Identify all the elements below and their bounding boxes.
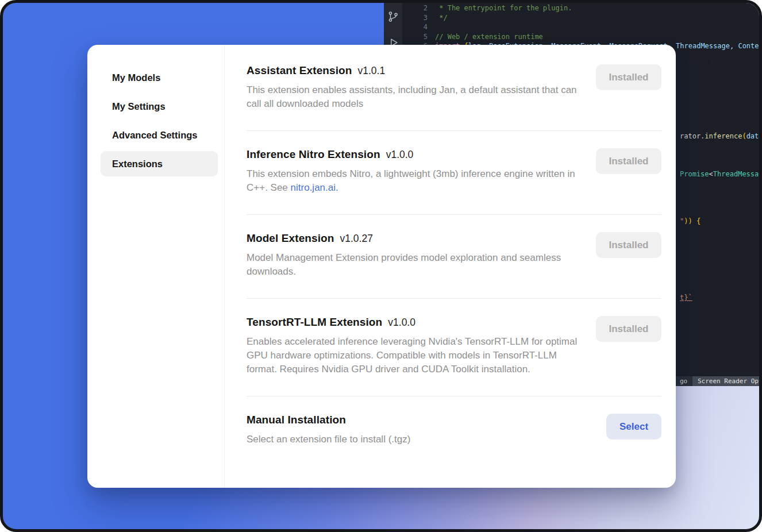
extension-version: v1.0.27 [340, 233, 372, 245]
extension-row-manual-installation: Manual Installation Select an extension … [247, 396, 661, 458]
code-lines: 2 * The entrypoint for the plugin. 3 */ … [402, 3, 759, 51]
code-fragment: ")) { [680, 217, 701, 225]
code-token: )) { [684, 217, 701, 225]
source-control-icon[interactable] [387, 9, 399, 24]
code-line: 5 // Web / extension runtime [402, 32, 759, 42]
line-number: 2 [402, 3, 435, 13]
extension-info: Inference Nitro Extension v1.0.0 This ex… [247, 148, 583, 195]
code-text: */ [435, 13, 448, 23]
sidebar-item-extensions[interactable]: Extensions [101, 151, 218, 176]
app-window: 2 * The entrypoint for the plugin. 3 */ … [0, 0, 762, 532]
code-token: Promise [680, 170, 709, 178]
extension-title: Model Extension [247, 232, 334, 245]
code-fragment: t}` [680, 294, 692, 302]
extension-version: v1.0.0 [386, 149, 414, 161]
extension-title: Manual Installation [247, 414, 346, 426]
code-token: < [709, 170, 713, 178]
extension-description: This extension embeds Nitro, a lightweig… [247, 167, 583, 195]
code-token: ThreadMessage [713, 170, 759, 178]
extension-title-line: Model Extension v1.0.27 [247, 232, 583, 245]
extension-description: Select an extension file to install (.tg… [247, 433, 410, 446]
code-token: ( [742, 132, 746, 140]
screen-reader-optimized-status[interactable]: Screen Reader Optimized [692, 376, 759, 386]
nitro-jan-ai-link[interactable]: nitro.jan.ai. [291, 182, 338, 193]
extension-title-line: Inference Nitro Extension v1.0.0 [247, 148, 583, 161]
sidebar-item-my-models[interactable]: My Models [101, 65, 218, 90]
extension-row-tensorrt-llm: TensortRT-LLM Extension v1.0.0 Enables a… [247, 299, 661, 396]
code-fragment: Promise<ThreadMessage> [680, 170, 759, 178]
line-number: 3 [402, 13, 435, 23]
extension-title: Inference Nitro Extension [247, 148, 380, 161]
extension-version: v1.0.1 [358, 65, 386, 77]
extension-info: Model Extension v1.0.27 Model Management… [247, 232, 583, 279]
code-text: // Web / extension runtime [435, 32, 543, 42]
code-line: 2 * The entrypoint for the plugin. [402, 3, 759, 13]
extension-description: Enables accelerated inference leveraging… [247, 335, 583, 376]
code-fragment: rator.inference(data)); [680, 132, 759, 140]
extension-title: Assistant Extension [247, 64, 352, 77]
extensions-list: Assistant Extension v1.0.1 This extensio… [225, 45, 676, 488]
extension-info: Manual Installation Select an extension … [247, 414, 410, 446]
code-token: data [746, 132, 759, 140]
extension-title-line: Assistant Extension v1.0.1 [247, 64, 583, 77]
code-token: inference [705, 132, 742, 140]
extension-info: Assistant Extension v1.0.1 This extensio… [247, 64, 583, 111]
sidebar-item-advanced-settings[interactable]: Advanced Settings [101, 122, 218, 148]
code-line: 4 [402, 22, 759, 32]
installed-button[interactable]: Installed [596, 64, 661, 90]
extension-info: TensortRT-LLM Extension v1.0.0 Enables a… [247, 316, 583, 376]
extension-title-line: TensortRT-LLM Extension v1.0.0 [247, 316, 583, 329]
line-number: 4 [402, 22, 435, 32]
settings-modal: My Models My Settings Advanced Settings … [87, 45, 676, 488]
line-number: 5 [402, 32, 435, 42]
installed-button[interactable]: Installed [596, 316, 661, 342]
extension-row-inference-nitro: Inference Nitro Extension v1.0.0 This ex… [247, 131, 661, 215]
settings-sidebar: My Models My Settings Advanced Settings … [87, 45, 225, 488]
status-bar-text: go [680, 376, 687, 386]
extension-row-model: Model Extension v1.0.27 Model Management… [247, 215, 661, 299]
extension-row-assistant: Assistant Extension v1.0.1 This extensio… [247, 45, 661, 131]
extension-description: Model Management Extension provides mode… [247, 251, 583, 279]
code-text: * The entrypoint for the plugin. [435, 3, 572, 13]
extension-description: This extension enables assistants, inclu… [247, 83, 583, 111]
installed-button[interactable]: Installed [596, 232, 661, 258]
code-token: t}` [680, 294, 692, 302]
sidebar-item-my-settings[interactable]: My Settings [101, 94, 218, 119]
extension-version: v1.0.0 [388, 317, 415, 329]
code-line: 3 */ [402, 13, 759, 23]
extension-title: TensortRT-LLM Extension [247, 316, 382, 329]
extension-title-line: Manual Installation [247, 414, 410, 426]
installed-button[interactable]: Installed [596, 148, 661, 174]
select-file-button[interactable]: Select [606, 414, 661, 440]
code-token: rator. [680, 132, 705, 140]
